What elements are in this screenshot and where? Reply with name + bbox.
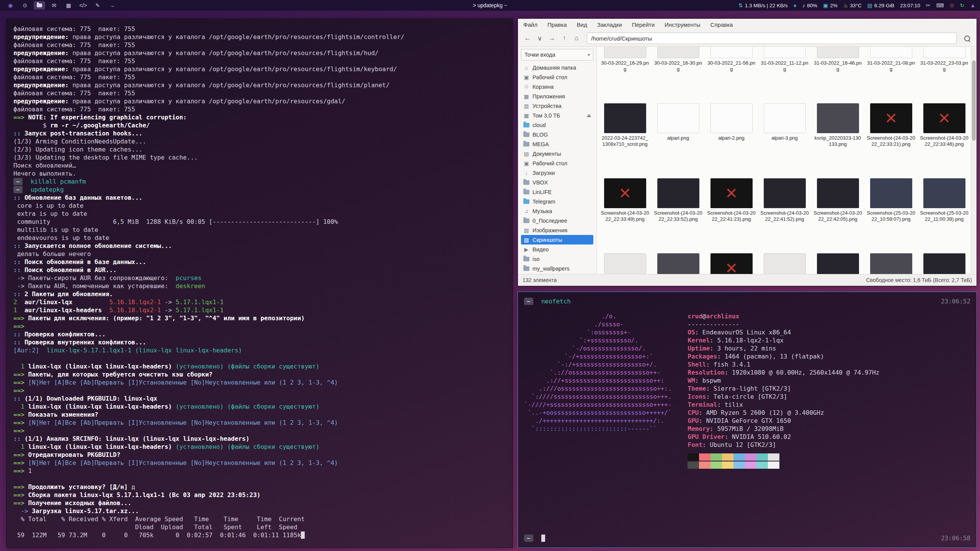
file-item[interactable]: 31-03-2022_21-08.png	[864, 47, 918, 90]
sidebar-item-Устройства[interactable]: ▥Устройства	[521, 101, 593, 111]
network-speed[interactable]: ⇅1.3 MB/s | 22 KB/s	[738, 3, 787, 8]
power-icon[interactable]: ⊙	[19, 1, 31, 10]
vpn[interactable]: ●	[793, 3, 796, 8]
sidebar-item-Рабочий стол[interactable]: ▣Рабочий стол	[521, 158, 593, 168]
path-input[interactable]: /home/crud/Скриншоты	[587, 33, 957, 44]
sidebar-item-Загрузки[interactable]: ↓Загрузки	[521, 168, 593, 178]
places-mode-dropdown[interactable]: Точки входа ▾	[521, 49, 593, 60]
file-item[interactable]: alpari.png	[652, 103, 705, 165]
shell-prompt[interactable]: ~	[524, 534, 970, 542]
neofetch-info-line: Uptime: 3 hours, 22 mins	[688, 344, 879, 352]
sidebar-item-Приложения[interactable]: ▦Приложения	[521, 91, 593, 101]
eject-icon[interactable]: ⏏	[587, 113, 591, 118]
sidebar-item-BLOG[interactable]: BLOG	[521, 130, 593, 139]
screenshot[interactable]: ✂	[926, 3, 931, 8]
cpu[interactable]: ▣2%	[823, 3, 838, 8]
sidebar-item-Скриншоты[interactable]: ▧Скриншоты	[521, 235, 593, 245]
sidebar-item-Видео[interactable]: ▶Видео	[521, 245, 593, 254]
file-item[interactable]: Screenshot-(25-03-2022_11:00:39).png	[918, 178, 971, 240]
file-item[interactable]	[758, 253, 811, 274]
file-item[interactable]: ✕Screenshot-(24-03-2022_22:33:46).png	[918, 103, 971, 165]
prompt-line: ~ neofetch	[524, 297, 970, 305]
file-item[interactable]	[652, 253, 705, 274]
clock-label: 23:07:10	[900, 3, 920, 8]
sidebar-item-Музыка[interactable]: ♫Музыка	[521, 206, 593, 216]
sidebar-item-LinLIFE[interactable]: LinLIFE	[521, 187, 593, 197]
sidebar-item-iso[interactable]: iso	[521, 254, 593, 264]
neofetch-info-line: WM: bspwm	[688, 377, 879, 385]
file-item[interactable]: Screenshot-(25-03-2022_10:59:07).png	[864, 178, 918, 240]
sidebar-item-MEGA[interactable]: MEGA	[521, 139, 593, 149]
file-item[interactable]: alpari-3.png	[758, 103, 811, 165]
menu-item-Правка[interactable]: Правка	[547, 21, 567, 28]
sidebar-item-Корзина[interactable]: ♲Корзина	[521, 82, 593, 91]
edit-icon[interactable]: ✎	[92, 1, 103, 10]
file-item[interactable]	[598, 253, 652, 274]
history-button[interactable]: ∨	[534, 33, 546, 44]
menu-item-Инструменты[interactable]: Инструменты	[665, 21, 701, 28]
scrollbar[interactable]	[971, 47, 977, 274]
sidebar-item-0_Последнее[interactable]: 0_Последнее	[521, 216, 593, 225]
up-button[interactable]: ↑	[559, 33, 570, 44]
file-item[interactable]	[811, 253, 864, 274]
terminal-window-neofetch[interactable]: ~ neofetch 23:06:52 ./o. ./sssso- `:osss…	[518, 292, 977, 548]
sidebar-item-Том 3,0 ТБ[interactable]: ▦Том 3,0 ТБ⏏	[521, 111, 593, 120]
power-menu[interactable]: ⊙	[950, 3, 954, 8]
sidebar-item-Изображения[interactable]: ▧Изображения	[521, 225, 593, 235]
file-item[interactable]: 30-03-2022_16-30.png	[652, 47, 705, 90]
menu-item-Вид[interactable]: Вид	[577, 21, 587, 28]
file-item[interactable]: Screenshot-(24-03-2022_22:42:05).png	[811, 178, 864, 240]
keyboard[interactable]: ⌨	[936, 3, 944, 8]
file-view[interactable]: 30-03-2022_16-29.png30-03-2022_16-30.png…	[597, 47, 977, 274]
file-item[interactable]: 31-03-2022_23-03.png	[918, 47, 971, 90]
clock[interactable]: 23:07:10	[900, 3, 920, 8]
home-button[interactable]: ⌂	[571, 33, 582, 44]
file-item[interactable]: 31-03-2022_11-12.png	[758, 47, 811, 90]
chat-icon[interactable]: ✉	[48, 1, 60, 10]
file-item[interactable]: Screenshot-(24-03-2022_22:41:52).png	[758, 178, 811, 240]
file-manager-window[interactable]: ФайлПравкаВидЗакладкиПерейтиИнструментыС…	[518, 18, 977, 286]
apps-grid-icon[interactable]: ▦	[63, 1, 74, 10]
file-item[interactable]: 30-03-2022_16-29.png	[598, 47, 652, 90]
file-item[interactable]	[864, 253, 918, 274]
file-item[interactable]: 2022-03-24-223742_1308x710_scrot.png	[598, 103, 652, 165]
forward-button[interactable]: →	[546, 33, 558, 44]
file-item[interactable]: ✕Screenshot-(24-03-2022_22:33:49).png	[598, 178, 652, 240]
search-button[interactable]	[961, 33, 973, 44]
file-item[interactable]: ✕Screenshot-(24-03-2022_22:41:23).png	[705, 178, 758, 240]
sidebar-item-Telegram[interactable]: Telegram	[521, 197, 593, 206]
scrollbar-thumb[interactable]	[972, 60, 976, 141]
volume[interactable]: ♪80%	[802, 3, 817, 8]
sidebar-item-Документы[interactable]: ▤Документы	[521, 149, 593, 158]
file-item[interactable]: 30-03-2022_21-56.png	[705, 47, 758, 90]
memory[interactable]: ▤6.29 GiB	[867, 3, 894, 8]
menu-item-Перейти[interactable]: Перейти	[632, 21, 655, 28]
file-item[interactable]: ✕Screenshot-(24-03-2022_22:33:21).png	[864, 103, 918, 165]
sidebar-item-Домашняя папка[interactable]: ⌂Домашняя папка	[521, 63, 593, 72]
file-item[interactable]: alpari-2.png	[705, 103, 758, 165]
file-item[interactable]: ✕	[705, 253, 758, 274]
terminal-window-updatepkg[interactable]: файловая система: 775 пакет: 755предупре…	[6, 18, 513, 548]
file-item[interactable]: ksnip_20220323-130133.png	[811, 103, 864, 165]
desktop-icon: ▣	[523, 75, 529, 80]
neofetch-info-line: OS: EndeavourOS Linux x86_64	[688, 328, 879, 336]
menu-item-Файл[interactable]: Файл	[523, 21, 537, 28]
launch-icon[interactable]: →	[106, 1, 118, 10]
files-icon[interactable]	[34, 1, 45, 10]
sidebar-item-my_wallpapers[interactable]: my_wallpapers	[521, 264, 593, 273]
launcher-icon[interactable]: ◉	[5, 1, 16, 10]
file-item[interactable]	[918, 253, 971, 274]
updates[interactable]: ↻	[960, 3, 964, 8]
panel-toggle[interactable]: ▲	[970, 3, 975, 8]
file-item[interactable]: 31-03-2022_16-46.png	[811, 47, 864, 90]
temperature[interactable]: ♨33°C	[843, 3, 862, 8]
file-item[interactable]: Screenshot-(24-03-2022_22:33:52).png	[652, 178, 705, 240]
sidebar-item-VBOX[interactable]: VBOX	[521, 178, 593, 187]
sidebar-item-cloud[interactable]: cloud	[521, 120, 593, 130]
menu-item-Закладки[interactable]: Закладки	[597, 21, 622, 28]
menu-item-Справка[interactable]: Справка	[710, 21, 733, 28]
back-button[interactable]: ←	[522, 33, 533, 44]
sidebar-item-Рабочий стол[interactable]: ▣Рабочий стол	[521, 72, 593, 82]
terminal-line: $ rm -r ~/.googleearth/Cache/	[13, 121, 506, 129]
code-icon[interactable]: </>	[77, 1, 89, 10]
